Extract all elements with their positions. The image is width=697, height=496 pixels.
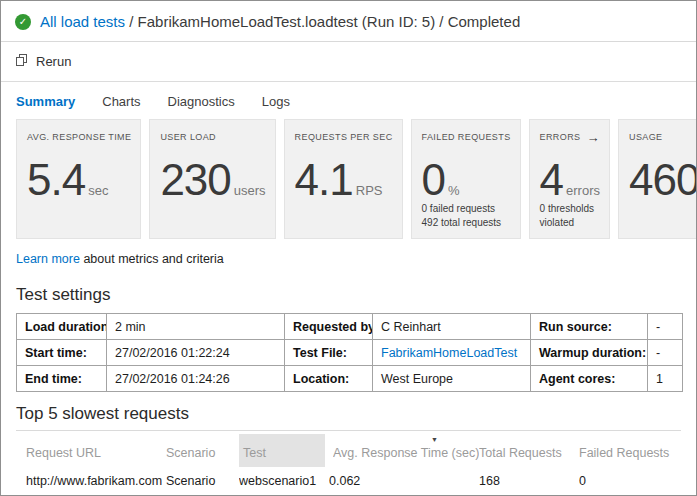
test-settings-table: Load duration: 2 min Requested by: C Rei… [16, 313, 683, 392]
col-request-url[interactable]: Request URL [16, 434, 166, 467]
cell-test: webscenario1 [239, 467, 329, 495]
setting-value: 27/02/2016 01:24:26 [107, 366, 285, 392]
metric-notes: 0 thresholds violated [540, 202, 600, 230]
settings-row: End time: 27/02/2016 01:24:26 Location: … [17, 366, 683, 392]
card-title: AVG. RESPONSE TIME [27, 132, 131, 143]
metric-notes: 0 failed requests 492 total requests [422, 202, 511, 230]
setting-label: Start time: [17, 340, 107, 366]
metric-value: 5.4 [27, 158, 85, 202]
setting-label: Location: [285, 366, 373, 392]
metric-value: 230 [160, 158, 230, 202]
col-test[interactable]: Test [239, 434, 329, 467]
errors-detail-arrow-icon[interactable]: → [587, 133, 600, 143]
metric-card-failed-requests: FAILED REQUESTS 0 % 0 failed requests 49… [411, 119, 521, 239]
slowest-requests-heading: Top 5 slowest requests [16, 403, 681, 431]
metric-unit: RPS [356, 183, 383, 198]
request-row: http://www.fabrikam.com Scenario webscen… [16, 467, 683, 495]
breadcrumb: All load tests / FabrikamHomeLoadTest.lo… [40, 13, 520, 30]
cell-avg-response-time: 0.062 [329, 467, 479, 495]
requests-header-row: Request URL Scenario Test ▼Avg. Response… [16, 434, 683, 467]
learn-more-text: about metrics and criteria [80, 252, 224, 266]
learn-more-line: Learn more about metrics and criteria [16, 252, 681, 266]
col-total-requests[interactable]: Total Requests [479, 434, 579, 467]
metric-card-avg-response-time: AVG. RESPONSE TIME 5.4 sec [16, 119, 141, 239]
col-avg-response-time-label: Avg. Response Time (sec) [333, 446, 479, 460]
metric-card-user-load: USER LOAD 230 users [149, 119, 275, 239]
metric-note: 0 failed requests [422, 202, 511, 216]
metric-unit: % [448, 183, 460, 198]
test-file-link[interactable]: FabrikamHomeLoadTest [381, 346, 517, 360]
setting-label: Run source: [531, 314, 648, 340]
setting-label: Agent cores: [531, 366, 648, 392]
col-failed-requests[interactable]: Failed Requests [579, 434, 683, 467]
metric-unit: sec [88, 183, 108, 198]
metric-cards: AVG. RESPONSE TIME 5.4 sec USER LOAD 230… [16, 119, 681, 239]
card-title: USER LOAD [160, 132, 216, 143]
setting-value: 1 [648, 366, 683, 392]
success-check-icon: ✓ [15, 14, 31, 30]
setting-value: FabrikamHomeLoadTest [373, 340, 531, 366]
metric-unit: users [234, 183, 266, 198]
card-title: REQUESTS PER SEC [295, 132, 393, 143]
card-title: ERRORS [540, 132, 581, 143]
metric-note: 492 total requests [422, 216, 511, 230]
load-test-results-page: ✓ All load tests / FabrikamHomeLoadTest.… [0, 0, 697, 496]
col-scenario[interactable]: Scenario [166, 434, 239, 467]
metric-card-errors: ERRORS → 4 errors 0 thresholds violated [529, 119, 610, 239]
rerun-button[interactable]: Rerun [15, 53, 71, 70]
metric-value: 0 [422, 158, 445, 202]
setting-value: C Reinhart [373, 314, 531, 340]
toolbar: Rerun [1, 42, 696, 82]
card-title: FAILED REQUESTS [422, 132, 511, 143]
card-title: USAGE [629, 132, 663, 143]
setting-label: End time: [17, 366, 107, 392]
metric-unit: errors [566, 183, 600, 198]
metric-note: 0 thresholds violated [540, 202, 600, 230]
tab-summary[interactable]: Summary [16, 94, 75, 109]
slowest-requests-table: Request URL Scenario Test ▼Avg. Response… [16, 434, 683, 495]
setting-value: - [648, 340, 683, 366]
metric-value: 4 [540, 158, 563, 202]
cell-total-requests: 168 [479, 467, 579, 495]
tab-logs[interactable]: Logs [262, 94, 290, 109]
settings-row: Load duration: 2 min Requested by: C Rei… [17, 314, 683, 340]
metric-card-requests-per-sec: REQUESTS PER SEC 4.1 RPS [284, 119, 403, 239]
metric-value: 460 [629, 158, 697, 202]
setting-value: 27/02/2016 01:22:24 [107, 340, 285, 366]
setting-label: Test File: [285, 340, 373, 366]
setting-value: - [648, 314, 683, 340]
metric-card-usage: USAGE 460 VUMs [618, 119, 697, 239]
learn-more-link[interactable]: Learn more [16, 252, 80, 266]
test-settings-heading: Test settings [16, 284, 681, 306]
setting-label: Requested by: [285, 314, 373, 340]
cell-failed-requests: 0 [579, 467, 683, 495]
setting-label: Load duration: [17, 314, 107, 340]
cell-scenario: Scenario [166, 467, 239, 495]
setting-value: West Europe [373, 366, 531, 392]
breadcrumb-current: / FabrikamHomeLoadTest.loadtest (Run ID:… [125, 13, 520, 30]
tab-bar: Summary Charts Diagnostics Logs [16, 91, 696, 111]
sort-desc-icon: ▼ [431, 436, 438, 443]
tab-charts[interactable]: Charts [102, 94, 140, 109]
setting-label: Warmup duration: [531, 340, 648, 366]
tab-diagnostics[interactable]: Diagnostics [168, 94, 235, 109]
breadcrumb-bar: ✓ All load tests / FabrikamHomeLoadTest.… [1, 1, 696, 42]
rerun-label: Rerun [36, 54, 71, 69]
rerun-icon [15, 53, 28, 70]
cell-request-url: http://www.fabrikam.com [16, 467, 166, 495]
col-avg-response-time[interactable]: ▼Avg. Response Time (sec) [329, 434, 479, 467]
settings-row: Start time: 27/02/2016 01:22:24 Test Fil… [17, 340, 683, 366]
all-load-tests-link[interactable]: All load tests [40, 13, 125, 30]
metric-value: 4.1 [295, 158, 353, 202]
setting-value: 2 min [107, 314, 285, 340]
